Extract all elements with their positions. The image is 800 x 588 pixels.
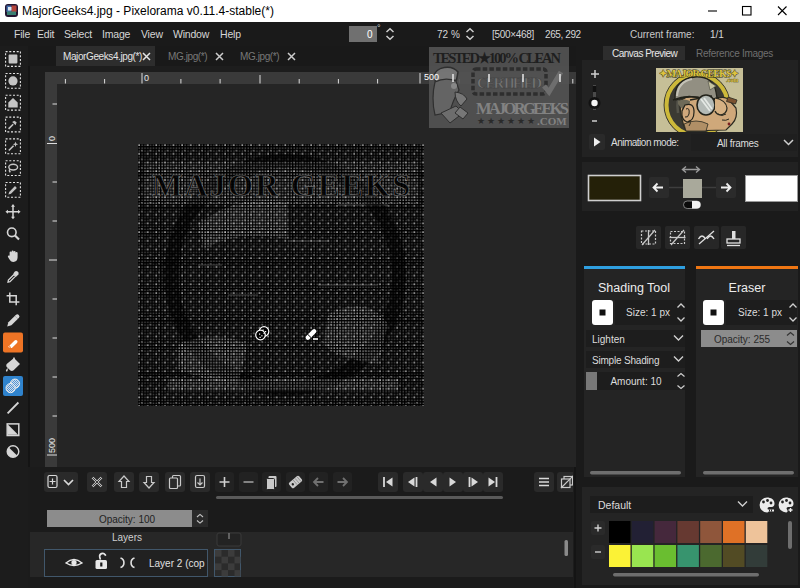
- svg-text:Size: 1 px: Size: 1 px: [626, 307, 670, 318]
- svg-text:All frames: All frames: [717, 138, 759, 149]
- svg-text:Layer 2 (cop: Layer 2 (cop: [149, 558, 205, 569]
- svg-text:Eraser: Eraser: [729, 281, 766, 295]
- svg-text:Lighten: Lighten: [592, 334, 625, 345]
- svg-text:MAJOR GEEKS: MAJOR GEEKS: [152, 167, 410, 203]
- svg-text:TESTED★100% CLEAN: TESTED★100% CLEAN: [433, 50, 562, 66]
- svg-text:.COM: .COM: [537, 115, 567, 127]
- svg-text:Amount: 10: Amount: 10: [610, 376, 662, 387]
- svg-text:Default: Default: [598, 499, 631, 511]
- svg-text:Simple Shading: Simple Shading: [592, 355, 659, 366]
- svg-text:Shading Tool: Shading Tool: [598, 281, 670, 295]
- svg-text:Opacity: 255: Opacity: 255: [714, 334, 771, 345]
- svg-text:0: 0: [144, 73, 149, 83]
- svg-text:500: 500: [424, 72, 439, 82]
- svg-text:Size: 1 px: Size: 1 px: [738, 307, 782, 318]
- svg-text:0: 0: [47, 136, 57, 141]
- svg-text:.com: .com: [726, 77, 738, 83]
- svg-text:Layers: Layers: [112, 532, 142, 543]
- svg-text:Animation mode:: Animation mode:: [611, 137, 679, 148]
- svg-text:500: 500: [47, 438, 57, 453]
- svg-text:CERTIFIED: CERTIFIED: [477, 75, 542, 91]
- svg-text:Opacity: 100: Opacity: 100: [99, 514, 156, 525]
